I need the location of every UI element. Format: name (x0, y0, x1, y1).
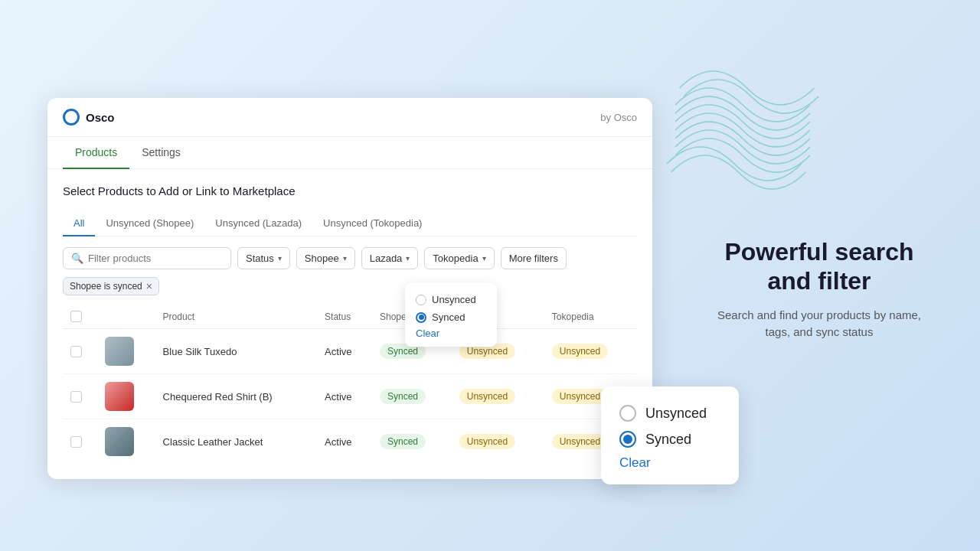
row-name-cell: Chequered Red Shirt (B) (155, 374, 318, 419)
nav-tabs: Products Settings (47, 137, 652, 169)
search-icon: 🔍 (71, 253, 83, 264)
tokopedia-badge-2: Unsynced (552, 434, 608, 449)
row-lazada-cell: Unsynced (452, 374, 544, 419)
row-checkbox-1[interactable] (70, 391, 82, 403)
row-tokopedia-cell: Unsynced (544, 329, 637, 374)
table-row: Blue Silk Tuxedo Active Synced Unsynced … (63, 329, 637, 374)
row-shopee-cell: Synced (372, 419, 452, 465)
row-checkbox-cell (63, 374, 97, 419)
row-checkbox-2[interactable] (70, 436, 82, 448)
shopee-dropdown-large: Unsynced Synced Clear (601, 386, 739, 484)
row-name-cell: Blue Silk Tuxedo (155, 329, 318, 374)
filter-tag-close-icon[interactable]: × (146, 281, 152, 292)
lazada-badge-2: Unsynced (459, 434, 515, 449)
col-img (97, 305, 155, 329)
synced-label-small: Synced (432, 311, 465, 323)
tab-settings[interactable]: Settings (129, 137, 193, 169)
shopee-badge-1: Synced (380, 389, 426, 404)
more-filters-label: More filters (509, 253, 558, 264)
right-info-panel: Powerful search and filter Search and fi… (704, 237, 934, 341)
tokopedia-chevron-icon: ▾ (482, 254, 486, 262)
shopee-dropdown-small: Unsynced Synced Clear (405, 283, 497, 347)
product-image-0 (105, 337, 134, 366)
content-area: Select Products to Add or Link to Market… (47, 169, 652, 479)
synced-radio-small[interactable] (416, 312, 426, 323)
row-img-cell (97, 374, 155, 419)
heading-line2: and filter (767, 267, 871, 295)
lazada-filter-button[interactable]: Lazada ▾ (361, 247, 419, 269)
tokopedia-filter-button[interactable]: Tokopedia ▾ (424, 247, 494, 269)
filters-row: 🔍 Status ▾ Shopee ▾ Lazada ▾ Tokopedia ▾… (63, 247, 637, 269)
by-osco-label: by Osco (600, 112, 637, 123)
lazada-chevron-icon: ▾ (406, 254, 410, 262)
unsynced-option-small[interactable]: Unsynced (416, 291, 486, 308)
status-filter-label: Status (246, 253, 274, 264)
unsynced-radio-small[interactable] (416, 295, 426, 305)
col-check (63, 305, 97, 329)
shopee-badge-2: Synced (380, 434, 426, 449)
table-row: Classic Leather Jacket Active Synced Uns… (63, 419, 637, 465)
unsynced-label-large: Unsynced (645, 406, 707, 422)
shopee-filter-label: Shopee (305, 253, 339, 264)
row-status-cell: Active (317, 374, 372, 419)
unsynced-option-large[interactable]: Unsynced (619, 400, 720, 426)
row-status-cell: Active (317, 329, 372, 374)
product-tab-all[interactable]: All (63, 211, 95, 236)
logo-text: Osco (86, 111, 115, 124)
search-input[interactable] (88, 253, 223, 264)
row-checkbox-cell (63, 419, 97, 465)
page-title: Select Products to Add or Link to Market… (63, 184, 637, 197)
tokopedia-filter-label: Tokopedia (433, 253, 478, 264)
col-tokopedia: Tokopedia (544, 305, 637, 329)
active-filters: Shopee is synced × (63, 277, 637, 295)
unsynced-label-small: Unsynced (432, 294, 476, 305)
tokopedia-badge-1: Unsynced (552, 389, 608, 404)
row-img-cell (97, 329, 155, 374)
right-info-description: Search and find your products by name, t… (704, 307, 934, 341)
clear-link-large[interactable]: Clear (619, 455, 720, 471)
synced-option-small[interactable]: Synced (416, 308, 486, 326)
synced-label-large: Synced (645, 432, 691, 448)
table-header-row: Product Status Shopee Lazada Tokopedia (63, 305, 637, 329)
col-status: Status (317, 305, 372, 329)
product-tab-tokopedia[interactable]: Unsynced (Tokopedia) (312, 211, 433, 236)
row-checkbox-cell (63, 329, 97, 374)
product-image-2 (105, 427, 134, 456)
table-row: Chequered Red Shirt (B) Active Synced Un… (63, 374, 637, 419)
product-tab-shopee[interactable]: Unsynced (Shopee) (95, 211, 204, 236)
row-checkbox-0[interactable] (70, 346, 82, 357)
more-filters-button[interactable]: More filters (501, 247, 567, 269)
shopee-chevron-icon: ▾ (343, 254, 347, 262)
clear-link-small[interactable]: Clear (416, 328, 486, 339)
product-image-1 (105, 382, 134, 411)
synced-option-large[interactable]: Synced (619, 426, 720, 452)
tokopedia-badge-0: Unsynced (552, 344, 608, 359)
filter-tag-text: Shopee is synced (70, 281, 142, 292)
product-tab-lazada[interactable]: Unsynced (Lazada) (204, 211, 312, 236)
unsynced-radio-large[interactable] (619, 405, 636, 422)
tab-products[interactable]: Products (63, 137, 129, 169)
lazada-badge-1: Unsynced (459, 389, 515, 404)
lazada-filter-label: Lazada (370, 253, 403, 264)
synced-radio-large[interactable] (619, 431, 636, 448)
row-name-cell: Classic Leather Jacket (155, 419, 318, 465)
wave-decoration (658, 46, 827, 214)
row-status-cell: Active (317, 419, 372, 465)
app-logo: Osco (63, 109, 115, 126)
row-shopee-cell: Synced (372, 374, 452, 419)
logo-icon (63, 109, 80, 126)
search-box: 🔍 (63, 247, 231, 269)
shopee-filter-button[interactable]: Shopee ▾ (296, 247, 355, 269)
active-filter-tag: Shopee is synced × (63, 277, 159, 295)
status-filter-button[interactable]: Status ▾ (237, 247, 290, 269)
product-tabs: All Unsynced (Shopee) Unsynced (Lazada) … (63, 211, 637, 236)
row-lazada-cell: Unsynced (452, 419, 544, 465)
product-table: Product Status Shopee Lazada Tokopedia B… (63, 305, 637, 464)
row-img-cell (97, 419, 155, 465)
col-product: Product (155, 305, 318, 329)
status-chevron-icon: ▾ (278, 254, 282, 262)
right-info-heading: Powerful search and filter (704, 237, 934, 296)
app-window: Osco by Osco Products Settings Select Pr… (47, 98, 652, 479)
heading-line1: Powerful search (724, 238, 913, 266)
select-all-checkbox[interactable] (70, 311, 82, 322)
